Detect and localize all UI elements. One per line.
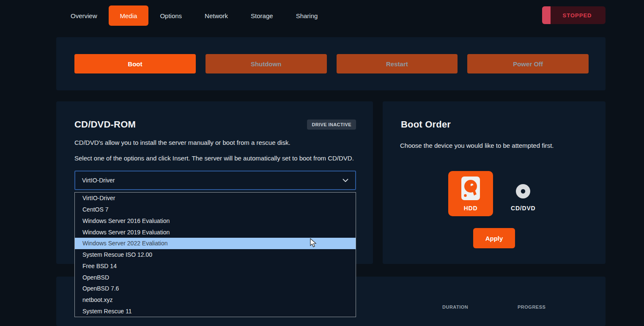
cddvd-title: CD/DVD-ROM: [74, 119, 136, 130]
device-hdd[interactable]: HDD: [448, 171, 493, 216]
poweroff-button[interactable]: Power Off: [467, 54, 589, 73]
hdd-icon: [461, 176, 480, 202]
apply-button[interactable]: Apply: [473, 228, 515, 248]
tab-sharing[interactable]: Sharing: [285, 5, 329, 26]
shutdown-button[interactable]: Shutdown: [206, 54, 327, 73]
tab-options[interactable]: Options: [148, 5, 193, 26]
dropdown-option[interactable]: Windows Server 2022 Evaliation: [75, 238, 356, 249]
boot-order-panel: Boot Order Choose the device you would l…: [383, 101, 606, 264]
dropdown-option[interactable]: OpenBSD 7.6: [75, 283, 356, 294]
cddvd-disc-icon: [515, 184, 531, 201]
column-header-duration: DURATION: [442, 304, 468, 310]
dropdown-option[interactable]: System Rescue 11: [75, 305, 356, 317]
chevron-down-icon: [343, 177, 348, 184]
tab-overview[interactable]: Overview: [59, 5, 109, 26]
tab-network[interactable]: Network: [193, 5, 239, 26]
tab-storage[interactable]: Storage: [239, 5, 285, 26]
iso-select[interactable]: VirtIO-Driver: [74, 171, 356, 190]
dropdown-option[interactable]: System Rescue ISO 12.00: [75, 249, 356, 261]
tab-media[interactable]: Media: [109, 5, 149, 26]
iso-dropdown-list: VirtIO-Driver CentOS 7 Windows Server 20…: [74, 192, 356, 317]
dropdown-option[interactable]: CentOS 7: [75, 204, 356, 215]
status-stripe: [542, 6, 551, 24]
device-cddvd[interactable]: CD/DVD: [511, 171, 535, 216]
cddvd-description-2: Select one of the options and click Inse…: [74, 155, 354, 162]
power-actions-panel: Boot Shutdown Restart Power Off: [56, 37, 606, 90]
boot-device-choices: HDD CD/DVD: [448, 171, 535, 216]
column-header-progress: PROGRESS: [518, 304, 545, 310]
dropdown-option[interactable]: netboot.xyz: [75, 294, 356, 306]
boot-button[interactable]: Boot: [74, 54, 196, 73]
boot-order-description: Choose the device you would like to be a…: [400, 142, 554, 149]
iso-select-value: VirtIO-Driver: [82, 177, 115, 184]
status-text: STOPPED: [563, 12, 592, 19]
dropdown-option[interactable]: Windows Server 2019 Evaluation: [75, 226, 356, 238]
hdd-label: HDD: [464, 205, 478, 212]
boot-order-title: Boot Order: [401, 119, 451, 130]
power-actions-row: Boot Shutdown Restart Power Off: [74, 54, 589, 73]
dropdown-option[interactable]: OpenBSD: [75, 272, 356, 283]
main-nav: Overview Media Options Network Storage S…: [59, 5, 329, 26]
restart-button[interactable]: Restart: [337, 54, 458, 73]
cddvd-description-1: CD/DVD's allow you to install the server…: [74, 139, 290, 146]
dropdown-option[interactable]: VirtIO-Driver: [75, 193, 356, 204]
dropdown-option[interactable]: Free BSD 14: [75, 260, 356, 272]
drive-inactive-badge: DRIVE INACTIVE: [307, 120, 356, 130]
dropdown-option[interactable]: Windows Server 2016 Evaluation: [75, 215, 356, 226]
server-status-badge: STOPPED: [542, 6, 606, 24]
cddvd-label: CD/DVD: [511, 205, 535, 212]
